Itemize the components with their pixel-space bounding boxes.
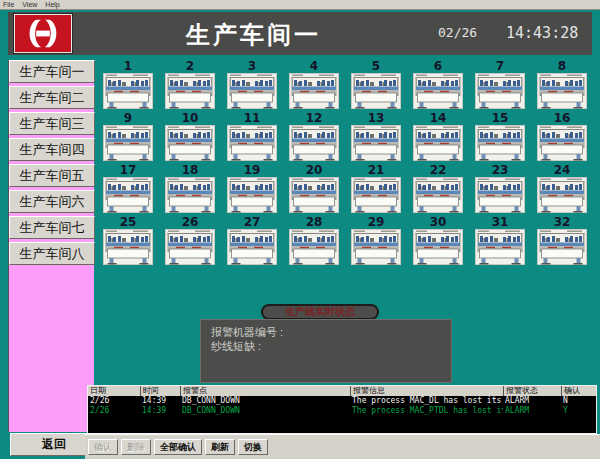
knitting-machine-icon[interactable] xyxy=(289,177,339,213)
knitting-machine-icon[interactable] xyxy=(289,73,339,109)
knitting-machine-icon[interactable] xyxy=(227,177,277,213)
knitting-machine-icon[interactable] xyxy=(413,125,463,161)
machine-number: 7 xyxy=(469,60,531,73)
sidebar-item-workshop-1[interactable]: 生产车间一 xyxy=(9,60,95,83)
bottom-toolbar: 确认删除全部确认刷新切换 xyxy=(85,434,600,459)
machine-cell-1[interactable]: 1 xyxy=(97,60,159,112)
menu-item-file[interactable]: File xyxy=(3,0,14,9)
alarm-row-2[interactable]: 2/2614:39DB_CONN_DOWNThe process MAC_PTD… xyxy=(88,406,596,416)
knitting-machine-icon[interactable] xyxy=(227,229,277,265)
menu-item-help[interactable]: Help xyxy=(45,0,59,9)
machine-cell-17[interactable]: 17 xyxy=(97,164,159,216)
machine-cell-26[interactable]: 26 xyxy=(159,216,221,268)
machine-number: 32 xyxy=(531,216,593,229)
toolbar-button-确认: 确认 xyxy=(88,439,118,455)
knitting-machine-icon[interactable] xyxy=(351,229,401,265)
machine-cell-14[interactable]: 14 xyxy=(407,112,469,164)
machine-cell-7[interactable]: 7 xyxy=(469,60,531,112)
machine-number: 20 xyxy=(283,164,345,177)
machine-cell-13[interactable]: 13 xyxy=(345,112,407,164)
knitting-machine-icon[interactable] xyxy=(537,73,587,109)
sidebar-item-workshop-7[interactable]: 生产车间七 xyxy=(9,216,95,239)
knitting-machine-icon[interactable] xyxy=(227,73,277,109)
menu-item-view[interactable]: View xyxy=(22,0,37,9)
knitting-machine-icon[interactable] xyxy=(475,125,525,161)
machine-cell-10[interactable]: 10 xyxy=(159,112,221,164)
machine-cell-8[interactable]: 8 xyxy=(531,60,593,112)
alarm-column-header: 报警状态 xyxy=(503,386,561,396)
machine-number: 25 xyxy=(97,216,159,229)
knitting-machine-icon[interactable] xyxy=(351,73,401,109)
toolbar-button-刷新[interactable]: 刷新 xyxy=(205,439,235,455)
machine-cell-11[interactable]: 11 xyxy=(221,112,283,164)
machine-cell-22[interactable]: 22 xyxy=(407,164,469,216)
machine-cell-20[interactable]: 20 xyxy=(283,164,345,216)
machine-cell-18[interactable]: 18 xyxy=(159,164,221,216)
knitting-machine-icon[interactable] xyxy=(227,125,277,161)
knitting-machine-icon[interactable] xyxy=(537,229,587,265)
alarm-column-header: 时间 xyxy=(140,386,180,396)
alarm-column-header: 确认 xyxy=(561,386,595,396)
menu-bar: FileViewHelp xyxy=(0,0,600,10)
company-logo-icon xyxy=(14,14,72,53)
sidebar-item-workshop-6[interactable]: 生产车间六 xyxy=(9,190,95,213)
alarm-row-1[interactable]: 2/2614:39DB_CONN_DOWNThe process MAC_DL … xyxy=(88,396,596,406)
knitting-machine-icon[interactable] xyxy=(537,177,587,213)
machine-cell-9[interactable]: 9 xyxy=(97,112,159,164)
alarm-table[interactable]: 日期时间报警点报警信息报警状态确认 2/2614:39DB_CONN_DOWNT… xyxy=(87,385,597,434)
knitting-machine-icon[interactable] xyxy=(165,177,215,213)
sidebar-item-workshop-5[interactable]: 生产车间五 xyxy=(9,164,95,187)
machine-number: 4 xyxy=(283,60,345,73)
machine-cell-4[interactable]: 4 xyxy=(283,60,345,112)
knitting-machine-icon[interactable] xyxy=(103,177,153,213)
machine-number: 23 xyxy=(469,164,531,177)
knitting-machine-icon[interactable] xyxy=(103,73,153,109)
knitting-machine-icon[interactable] xyxy=(413,177,463,213)
machine-cell-5[interactable]: 5 xyxy=(345,60,407,112)
knitting-machine-icon[interactable] xyxy=(351,177,401,213)
toolbar-button-删除: 删除 xyxy=(121,439,151,455)
knitting-machine-icon[interactable] xyxy=(289,125,339,161)
machine-cell-12[interactable]: 12 xyxy=(283,112,345,164)
machine-cell-21[interactable]: 21 xyxy=(345,164,407,216)
knitting-machine-icon[interactable] xyxy=(351,125,401,161)
knitting-machine-icon[interactable] xyxy=(103,125,153,161)
toolbar-button-全部确认[interactable]: 全部确认 xyxy=(154,439,202,455)
knitting-machine-icon[interactable] xyxy=(165,73,215,109)
machine-cell-15[interactable]: 15 xyxy=(469,112,531,164)
machine-cell-25[interactable]: 25 xyxy=(97,216,159,268)
machine-cell-29[interactable]: 29 xyxy=(345,216,407,268)
knitting-machine-icon[interactable] xyxy=(103,229,153,265)
sidebar-item-workshop-4[interactable]: 生产车间四 xyxy=(9,138,95,161)
knitting-machine-icon[interactable] xyxy=(165,125,215,161)
machine-cell-23[interactable]: 23 xyxy=(469,164,531,216)
knitting-machine-icon[interactable] xyxy=(165,229,215,265)
machine-cell-31[interactable]: 31 xyxy=(469,216,531,268)
knitting-machine-icon[interactable] xyxy=(289,229,339,265)
knitting-machine-icon[interactable] xyxy=(413,229,463,265)
machine-cell-2[interactable]: 2 xyxy=(159,60,221,112)
machine-cell-16[interactable]: 16 xyxy=(531,112,593,164)
knitting-machine-icon[interactable] xyxy=(475,73,525,109)
alarm-cell-date: 2/26 xyxy=(88,406,140,416)
sidebar-item-workshop-3[interactable]: 生产车间三 xyxy=(9,112,95,135)
machine-number: 18 xyxy=(159,164,221,177)
machine-cell-24[interactable]: 24 xyxy=(531,164,593,216)
knitting-machine-icon[interactable] xyxy=(475,177,525,213)
machine-number: 22 xyxy=(407,164,469,177)
knitting-machine-icon[interactable] xyxy=(537,125,587,161)
sidebar-item-workshop-2[interactable]: 生产车间二 xyxy=(9,86,95,109)
knitting-machine-icon[interactable] xyxy=(475,229,525,265)
machine-cell-28[interactable]: 28 xyxy=(283,216,345,268)
machine-cell-3[interactable]: 3 xyxy=(221,60,283,112)
machine-cell-30[interactable]: 30 xyxy=(407,216,469,268)
alarm-cell-time: 14:39 xyxy=(140,396,180,406)
machine-cell-27[interactable]: 27 xyxy=(221,216,283,268)
machine-cell-6[interactable]: 6 xyxy=(407,60,469,112)
knitting-machine-icon[interactable] xyxy=(413,73,463,109)
machine-number: 14 xyxy=(407,112,469,125)
toolbar-button-切换[interactable]: 切换 xyxy=(238,439,268,455)
machine-cell-19[interactable]: 19 xyxy=(221,164,283,216)
machine-cell-32[interactable]: 32 xyxy=(531,216,593,268)
sidebar-item-workshop-8[interactable]: 生产车间八 xyxy=(9,242,95,265)
